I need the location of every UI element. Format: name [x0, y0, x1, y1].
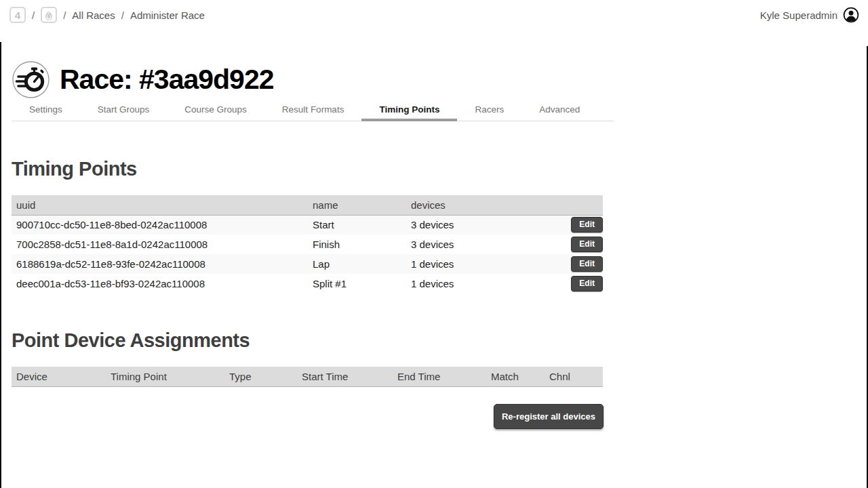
- tab-start-groups[interactable]: Start Groups: [80, 99, 167, 121]
- column-header-name: name: [308, 195, 406, 215]
- top-bar: 4 / / All Races / Administer Race Kyle S…: [0, 0, 868, 30]
- point-device-assignments-table: Device Timing Point Type Start Time End …: [12, 367, 603, 387]
- user-menu[interactable]: Kyle Superadmin: [760, 7, 859, 23]
- flame-icon-glyph: [44, 9, 54, 21]
- breadcrumb-separator: /: [63, 9, 66, 21]
- cell-actions: Edit: [521, 254, 603, 274]
- column-header-actions: [521, 195, 603, 215]
- edit-button[interactable]: Edit: [571, 237, 603, 252]
- breadcrumb-all-races[interactable]: All Races: [72, 9, 115, 21]
- cell-actions: Edit: [521, 274, 603, 293]
- cell-uuid: 900710cc-dc50-11e8-8bed-0242ac110008: [12, 215, 308, 235]
- cell-name: Finish: [308, 235, 406, 254]
- cell-name: Start: [308, 215, 406, 235]
- stopwatch-icon: [12, 61, 50, 98]
- column-header-type: Type: [224, 367, 297, 386]
- cell-devices: 1 devices: [406, 254, 521, 274]
- timing-points-heading: Timing Points: [12, 158, 137, 180]
- cell-uuid: 700c2858-dc51-11e8-8a1d-0242ac110008: [12, 235, 308, 254]
- column-header-devices: devices: [406, 195, 521, 215]
- column-header-chnl: Chnl: [545, 367, 603, 386]
- tab-racers[interactable]: Racers: [457, 99, 521, 121]
- cell-actions: Edit: [521, 215, 603, 235]
- cell-devices: 3 devices: [406, 235, 521, 254]
- cell-actions: Edit: [521, 235, 603, 254]
- reregister-all-devices-button[interactable]: Re-register all devices: [494, 404, 604, 429]
- left-edge-line: [0, 42, 1, 488]
- breadcrumb-separator: /: [121, 9, 124, 21]
- table-row: 6188619a-dc52-11e8-93fe-0242ac110008 Lap…: [12, 254, 603, 274]
- tab-advanced[interactable]: Advanced: [521, 99, 597, 121]
- column-header-start-time: Start Time: [297, 367, 393, 386]
- table-row: 700c2858-dc51-11e8-8a1d-0242ac110008 Fin…: [12, 235, 603, 254]
- cell-name: Split #1: [308, 274, 406, 293]
- edit-button[interactable]: Edit: [571, 217, 603, 232]
- user-avatar-icon[interactable]: [843, 7, 859, 23]
- column-header-end-time: End Time: [393, 367, 486, 386]
- page-title: Race: #3aa9d922: [60, 61, 274, 98]
- column-header-match: Match: [486, 367, 545, 386]
- app-home-icon[interactable]: 4: [9, 7, 26, 23]
- column-header-device: Device: [12, 367, 106, 386]
- tab-course-groups[interactable]: Course Groups: [167, 99, 264, 121]
- tab-bar: Settings Start Groups Course Groups Resu…: [12, 99, 614, 121]
- tab-timing-points[interactable]: Timing Points: [361, 99, 457, 121]
- cell-name: Lap: [308, 254, 406, 274]
- cell-devices: 3 devices: [406, 215, 521, 235]
- tab-result-formats[interactable]: Result Formats: [264, 99, 362, 121]
- breadcrumb: 4 / / All Races / Administer Race: [9, 7, 205, 23]
- cell-devices: 1 devices: [406, 274, 521, 293]
- tab-settings[interactable]: Settings: [12, 99, 80, 121]
- breadcrumb-separator: /: [32, 9, 35, 21]
- cell-uuid: 6188619a-dc52-11e8-93fe-0242ac110008: [12, 254, 308, 274]
- edit-button[interactable]: Edit: [571, 276, 603, 291]
- breadcrumb-administer-race[interactable]: Administer Race: [130, 9, 205, 21]
- column-header-uuid: uuid: [12, 195, 308, 215]
- user-name: Kyle Superadmin: [760, 9, 837, 21]
- table-row: deec001a-dc53-11e8-bf93-0242ac110008 Spl…: [12, 274, 603, 293]
- table-header-row: uuid name devices: [12, 195, 603, 215]
- flame-icon[interactable]: [41, 7, 57, 23]
- point-device-assignments-heading: Point Device Assignments: [12, 329, 250, 352]
- edit-button[interactable]: Edit: [571, 256, 603, 272]
- cell-uuid: deec001a-dc53-11e8-bf93-0242ac110008: [12, 274, 308, 293]
- timing-points-table: uuid name devices 900710cc-dc50-11e8-8be…: [12, 195, 603, 293]
- table-row: 900710cc-dc50-11e8-8bed-0242ac110008 Sta…: [12, 215, 603, 235]
- column-header-timing-point: Timing Point: [106, 367, 224, 386]
- table-header-row: Device Timing Point Type Start Time End …: [12, 367, 603, 386]
